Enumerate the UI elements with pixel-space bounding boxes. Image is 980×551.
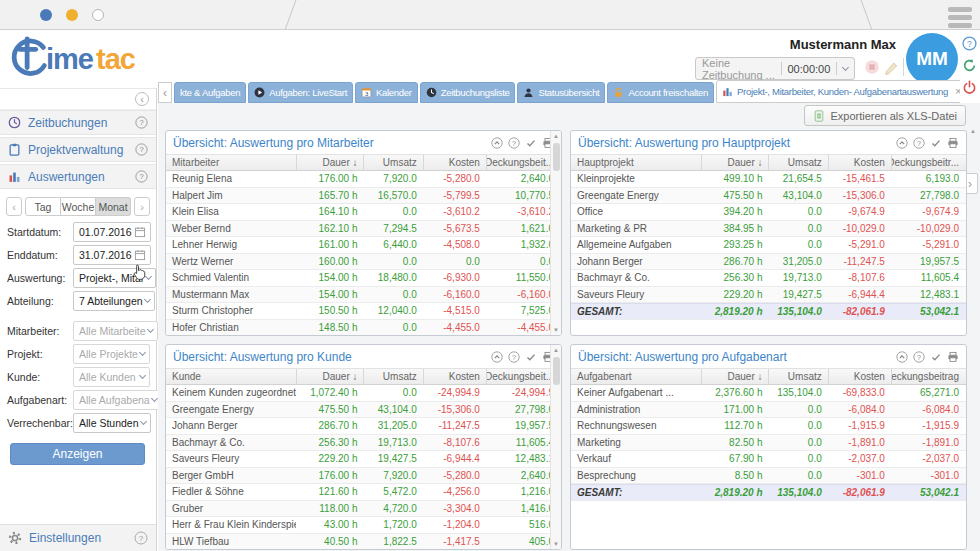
table-row[interactable]: Greengate Energy475.50 h43,104.0-15,306.… <box>571 188 966 205</box>
help-icon[interactable]: ? <box>913 137 925 149</box>
kunde-select[interactable]: Alle Kunden <box>73 367 150 387</box>
column-header-umsatz[interactable]: Umsatz <box>768 155 827 170</box>
column-header-umsatz[interactable]: Umsatz <box>363 155 422 170</box>
table-row[interactable]: Schmied Valentin154.00 h18,480.0-6,930.0… <box>166 270 561 287</box>
table-row[interactable]: Allgemeine Aufgaben293.25 h0.0-5,291.0-5… <box>571 237 966 254</box>
period-monat-button[interactable]: Monat <box>96 197 131 216</box>
help-icon[interactable]: ? <box>135 143 148 156</box>
table-row[interactable]: Besprechung8.50 h0.0-301.0-301.0 <box>571 468 966 485</box>
column-header-dauer[interactable]: Dauer ↓ <box>701 369 768 384</box>
print-icon[interactable] <box>947 137 959 149</box>
table-row[interactable]: Marketing & PR384.95 h0.0-10,029.0-10,02… <box>571 221 966 238</box>
period-next-button[interactable]: › <box>134 197 150 216</box>
sidebar-item-einstellungen[interactable]: Einstellungen ? <box>0 524 156 551</box>
table-row[interactable]: Saveurs Fleury229.20 h19,427.5-6,944.412… <box>571 287 966 304</box>
table-row[interactable]: Bachmayr & Co.256.30 h19,713.0-8,107.611… <box>166 435 561 452</box>
column-header-mitarbeiter[interactable]: Mitarbeiter <box>166 157 296 168</box>
check-icon[interactable] <box>930 137 942 149</box>
edit-icon[interactable] <box>883 59 899 75</box>
sidebar-item-zeitbuchungen[interactable]: Zeitbuchungen? <box>0 110 156 135</box>
check-icon[interactable] <box>525 137 537 149</box>
help-icon[interactable]: ? <box>135 116 148 129</box>
table-row[interactable]: Rechnungswesen112.70 h0.0-1,915.9-1,915.… <box>571 418 966 435</box>
help-icon[interactable]: ? <box>134 531 148 545</box>
startdatum-date-input[interactable]: 01.07.2016 <box>73 222 151 242</box>
mitarbeiter-select[interactable]: Alle Mitarbeite <box>73 321 158 341</box>
table-row[interactable]: Wertz Werner160.00 h0.00.00.0 <box>166 254 561 271</box>
table-row[interactable]: Administration171.00 h0.0-6,084.0-6,084.… <box>571 402 966 419</box>
tab-kalender[interactable]: 3Kalender <box>355 82 418 103</box>
anzeigen-button[interactable]: Anzeigen <box>10 443 145 465</box>
help-icon[interactable]: ? <box>508 137 520 149</box>
help-icon[interactable]: ? <box>508 351 520 363</box>
abteilung-select[interactable]: 7 Abteilungen <box>73 291 155 311</box>
verrechenbar-select[interactable]: Alle Stunden <box>73 413 151 433</box>
column-header-deckungsbeitrag[interactable]: Deckungsbeitrag <box>891 369 966 384</box>
window-dot-yellow[interactable] <box>66 9 78 21</box>
table-row[interactable]: Lehner Herwig161.00 h6,440.0-4,508.01,93… <box>166 237 561 254</box>
table-row[interactable]: Mustermann Max154.00 h0.0-6,160.0-6,160.… <box>166 287 561 304</box>
column-header-kunde[interactable]: Kunde <box>166 371 296 382</box>
calendar-icon[interactable] <box>134 226 146 238</box>
table-row[interactable]: Gruber118.00 h4,720.0-3,304.01,416.0 <box>166 501 561 518</box>
collapse-icon[interactable] <box>896 137 908 149</box>
table-row[interactable]: Berger GmbH176.00 h7,920.0-5,280.02,640.… <box>166 468 561 485</box>
table-row[interactable]: Reunig Elena176.00 h7,920.0-5,280.02,640… <box>166 171 561 188</box>
column-header-umsatz[interactable]: Umsatz <box>768 369 827 384</box>
table-row[interactable]: Kleinprojekte499.10 h21,654.5-15,461.56,… <box>571 171 966 188</box>
table-row[interactable]: Fiedler & Söhne121.60 h5,472.0-4,256.01,… <box>166 484 561 501</box>
collapse-icon[interactable] <box>491 351 503 363</box>
table-row[interactable]: Greengate Energy475.50 h43,104.0-15,306.… <box>166 402 561 419</box>
window-dot-blue[interactable] <box>40 9 52 21</box>
column-header-dauer[interactable]: Dauer ↓ <box>296 369 363 384</box>
help-icon[interactable]: ? <box>135 170 148 183</box>
menu-icon[interactable] <box>948 4 972 31</box>
window-dot-white[interactable] <box>92 9 104 21</box>
scroll-up-icon[interactable]: ▲ <box>553 345 559 355</box>
table-row[interactable]: Weber Bernd162.10 h7,294.5-5,673.51,621.… <box>166 221 561 238</box>
content-scroll-up-icon[interactable]: ▲ <box>970 128 976 134</box>
table-row[interactable]: Bachmayr & Co.256.30 h19,713.0-8,107.611… <box>571 270 966 287</box>
period-tag-button[interactable]: Tag <box>25 197 61 216</box>
column-header-umsatz[interactable]: Umsatz <box>363 369 422 384</box>
column-header-kosten[interactable]: Kosten <box>828 369 891 384</box>
column-header-aufgabenart[interactable]: Aufgabenart <box>571 371 701 382</box>
check-icon[interactable] <box>930 351 942 363</box>
timer-control[interactable]: Keine Zeitbuchung ... 00:00:00 <box>695 57 855 80</box>
table-row[interactable]: Keinem Kunden zugeordnet1,072.40 h0.0-24… <box>166 385 561 402</box>
tab-projekt-mitarbeiter-kunden-aufgabenartau[interactable]: Projekt-, Mitarbeiter, Kunden- Aufgabena… <box>716 80 960 103</box>
collapse-icon[interactable] <box>491 137 503 149</box>
column-header-dauer[interactable]: Dauer ↓ <box>296 155 363 170</box>
sidebar-collapse-icon[interactable]: ‹ <box>135 92 149 106</box>
print-icon[interactable] <box>947 351 959 363</box>
tab-statusübersicht[interactable]: Statusübersicht <box>517 82 605 103</box>
column-header-dauer[interactable]: Dauer ↓ <box>701 155 768 170</box>
tab-kte-aufgaben[interactable]: kte & Aufgaben <box>174 82 246 103</box>
calendar-icon[interactable] <box>134 249 146 261</box>
table-scrollbar[interactable]: ▲▼ <box>550 131 561 335</box>
aufgabenart-select[interactable]: Alle Aufgabena <box>73 390 162 410</box>
period-prev-button[interactable]: ‹ <box>6 197 22 216</box>
table-scrollbar[interactable]: ▲▼ <box>550 345 561 549</box>
column-header-kosten[interactable]: Kosten <box>828 155 891 170</box>
table-row[interactable]: Hofer Christian148.50 h0.0-4,455.0-4,455… <box>166 320 561 337</box>
projekt-select[interactable]: Alle Projekte <box>73 344 150 364</box>
refresh-icon[interactable] <box>962 58 977 73</box>
enddatum-date-input[interactable]: 31.07.2016 <box>73 245 151 265</box>
table-row[interactable]: Saveurs Fleury229.20 h19,427.5-6,944.412… <box>166 451 561 468</box>
column-header-kosten[interactable]: Kosten <box>423 155 486 170</box>
close-icon[interactable]: × <box>955 86 960 97</box>
sidebar-item-projektverwaltung[interactable]: Projektverwaltung? <box>0 137 156 162</box>
scroll-thumb[interactable] <box>553 357 560 385</box>
sidebar-item-auswertungen[interactable]: Auswertungen? <box>0 164 156 189</box>
table-row[interactable]: Marketing82.50 h0.0-1,891.0-1,891.0 <box>571 435 966 452</box>
table-row[interactable]: Johann Berger286.70 h31,205.0-11,247.519… <box>571 254 966 271</box>
avatar[interactable]: MM <box>906 33 958 85</box>
table-row[interactable]: Halpert Jim165.70 h16,570.0-5,799.510,77… <box>166 188 561 205</box>
table-row[interactable]: Herr & Frau Klein Kinderspielzeug43.00 h… <box>166 517 561 534</box>
table-row[interactable]: Johann Berger286.70 h31,205.0-11,247.519… <box>166 418 561 435</box>
scroll-thumb[interactable] <box>553 143 560 171</box>
tab-scroll-left[interactable]: ‹ <box>158 82 172 103</box>
help-icon[interactable]: ? <box>913 351 925 363</box>
scroll-down-icon[interactable]: ▼ <box>553 325 559 335</box>
